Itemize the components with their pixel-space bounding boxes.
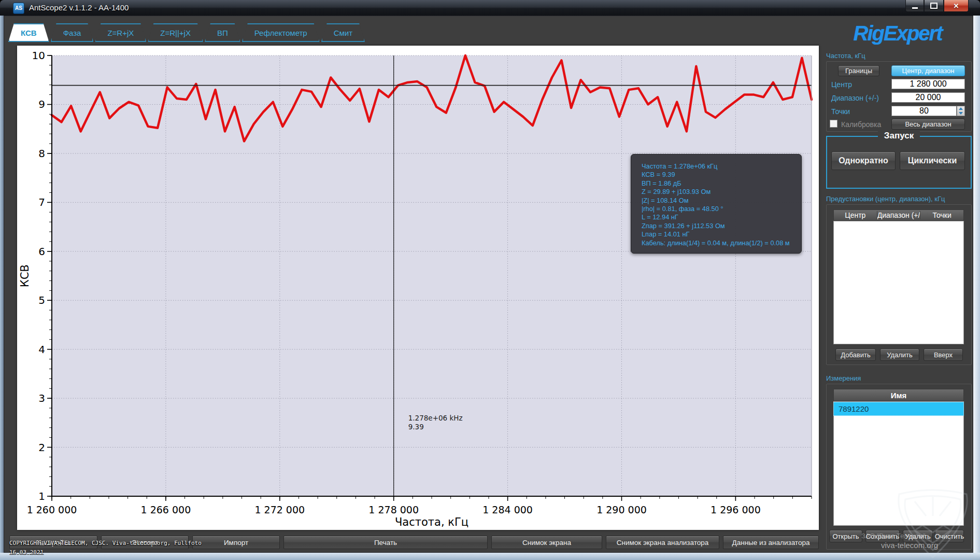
tooltip-inductance: L = 12.94 нГ <box>642 213 801 221</box>
boundaries-button[interactable]: Границы <box>838 65 879 76</box>
points-label: Точки <box>831 107 850 116</box>
import-button[interactable]: Импорт <box>192 536 280 549</box>
svg-text:1: 1 <box>38 490 45 502</box>
run-title: Запуск <box>878 131 920 141</box>
window-titlebar[interactable]: AS AntScope2 v.1.1.2 - AA-1400 ✕ <box>0 0 980 16</box>
tooltip-return-loss: ВП = 1.86 дБ <box>642 179 801 188</box>
svg-text:1 266 000: 1 266 000 <box>141 504 191 515</box>
chart-panel: 1.278e+06 kHz9.39123456789101 260 0001 2… <box>17 46 819 530</box>
run-single-button[interactable]: Однократно <box>831 151 896 170</box>
span-input[interactable] <box>891 92 965 103</box>
tooltip-rho: |rho| = 0.81, фаза = 48.50 ° <box>642 205 801 213</box>
measurement-tooltip: Частота = 1.278e+06 кГц КСВ = 9.39 ВП = … <box>631 154 802 254</box>
minimize-button[interactable] <box>905 0 924 12</box>
spinner-up-icon[interactable] <box>959 107 963 110</box>
tooltip-swr: КСВ = 9.39 <box>642 171 801 179</box>
maximize-button[interactable] <box>924 0 944 12</box>
window-frame-left <box>0 16 4 553</box>
presets-table-header: Центр Диапазон (+/-) Точки <box>833 209 964 221</box>
tooltip-frequency: Частота = 1.278e+06 кГц <box>642 162 801 171</box>
svg-text:Частота, кГц: Частота, кГц <box>395 516 468 528</box>
brand-watermark: ЗАО "Вива Телеком" <box>861 532 926 540</box>
run-cyclic-button[interactable]: Циклически <box>900 151 965 170</box>
svg-text:1 260 000: 1 260 000 <box>27 504 77 515</box>
tooltip-impedance-mag: |Z| = 108.14 Ом <box>642 197 801 205</box>
frequency-section-label: Частота, кГц <box>826 52 865 60</box>
center-span-button[interactable]: Центр, диапазон <box>891 65 965 76</box>
measurements-col-name: Имя <box>834 391 963 400</box>
presets-table-body[interactable] <box>833 221 964 344</box>
tab-z-parallel[interactable]: Z=R||+jX <box>148 23 203 42</box>
minimize-icon <box>912 7 918 9</box>
tab-reflectometer[interactable]: Рефлектометр <box>242 23 320 42</box>
tooltip-l-parallel: Lпар = 14.01 нГ <box>642 230 801 239</box>
svg-text:КСВ: КСВ <box>19 264 31 287</box>
tab-bar: КСВ Фаза Z=R+jX Z=R||+jX ВП Рефлектометр… <box>8 23 366 42</box>
calibration-checkbox[interactable] <box>830 120 837 128</box>
svg-text:1 290 000: 1 290 000 <box>596 504 647 515</box>
svg-text:1 272 000: 1 272 000 <box>254 504 305 515</box>
measurement-open-button[interactable]: Открыть <box>829 530 862 542</box>
points-spinner[interactable] <box>957 106 965 116</box>
print-button[interactable]: Печать <box>283 536 488 549</box>
screenshot-button[interactable]: Снимок экрана <box>491 536 602 549</box>
svg-text:8: 8 <box>38 147 45 160</box>
rigexpert-logo: RigExpert <box>824 22 971 45</box>
svg-text:1 278 000: 1 278 000 <box>368 504 419 515</box>
window-title: AntScope2 v.1.1.2 - AA-1400 <box>29 3 129 12</box>
svg-text:1 296 000: 1 296 000 <box>711 504 761 515</box>
center-input[interactable] <box>891 79 965 89</box>
preset-add-button[interactable]: Добавить <box>835 348 876 361</box>
svg-text:9.39: 9.39 <box>408 423 424 431</box>
presets-col-center: Центр <box>834 211 877 219</box>
tooltip-impedance: Z = 29.89 + j103.93 Ом <box>642 188 801 196</box>
points-input[interactable] <box>891 106 957 116</box>
spinner-down-icon[interactable] <box>959 112 963 115</box>
tab-faza[interactable]: Фаза <box>51 23 94 42</box>
analyzer-data-button[interactable]: Данные из анализатора <box>723 536 819 549</box>
svg-text:7: 7 <box>38 196 45 208</box>
svg-text:3: 3 <box>38 392 45 404</box>
site-watermark: viva-telecom.org <box>881 541 938 550</box>
svg-text:1 284 000: 1 284 000 <box>482 504 533 515</box>
measurements-section-label: Измерения <box>826 374 861 382</box>
svg-text:5: 5 <box>38 294 45 306</box>
presets-col-points: Точки <box>920 211 963 219</box>
copyright-watermark: COPYRIGHT VIVA-TELECOM, CJSC. Viva-telec… <box>9 540 202 556</box>
window-frame-right <box>973 16 980 553</box>
preset-up-button[interactable]: Вверх <box>924 348 963 361</box>
presets-section-label: Предустановки (центр, диапазон), кГц <box>826 195 945 203</box>
analyzer-screenshot-button[interactable]: Снимок экрана анализатора <box>606 536 719 549</box>
svg-text:9: 9 <box>38 98 45 110</box>
center-label: Центр <box>831 80 852 89</box>
span-label: Диапазон (+/-) <box>831 94 879 102</box>
svg-text:10: 10 <box>32 49 45 62</box>
swr-chart[interactable]: 1.278e+06 kHz9.39123456789101 260 0001 2… <box>17 46 819 530</box>
svg-text:2: 2 <box>38 441 45 454</box>
svg-text:4: 4 <box>38 343 45 356</box>
full-range-button[interactable]: Весь диапазон <box>891 119 965 130</box>
tooltip-cable: Кабель: длина(1/4) = 0.04 м, длина(1/2) … <box>642 239 801 247</box>
tab-ksv[interactable]: КСВ <box>8 23 49 42</box>
close-icon: ✕ <box>954 2 959 10</box>
run-title-wrap: Запуск <box>826 131 972 141</box>
maximize-icon <box>930 3 938 9</box>
presets-col-span: Диапазон (+/-) <box>877 211 921 219</box>
preset-delete-button[interactable]: Удалить <box>880 348 919 361</box>
measurements-table-header: Имя <box>833 389 964 401</box>
tab-smith[interactable]: Смит <box>321 23 365 42</box>
tab-vp[interactable]: ВП <box>205 23 240 42</box>
svg-text:6: 6 <box>38 245 45 258</box>
svg-text:1.278e+06 kHz: 1.278e+06 kHz <box>408 414 463 422</box>
calibration-label: Калибровка <box>841 120 881 129</box>
tab-z-series[interactable]: Z=R+jX <box>95 23 146 42</box>
close-button[interactable]: ✕ <box>944 0 969 12</box>
measurement-item-selected[interactable]: 7891220 <box>833 402 964 416</box>
tooltip-z-parallel: Zпар = 391.26 + j112.53 Ом <box>642 222 801 230</box>
app-icon: AS <box>13 3 24 14</box>
